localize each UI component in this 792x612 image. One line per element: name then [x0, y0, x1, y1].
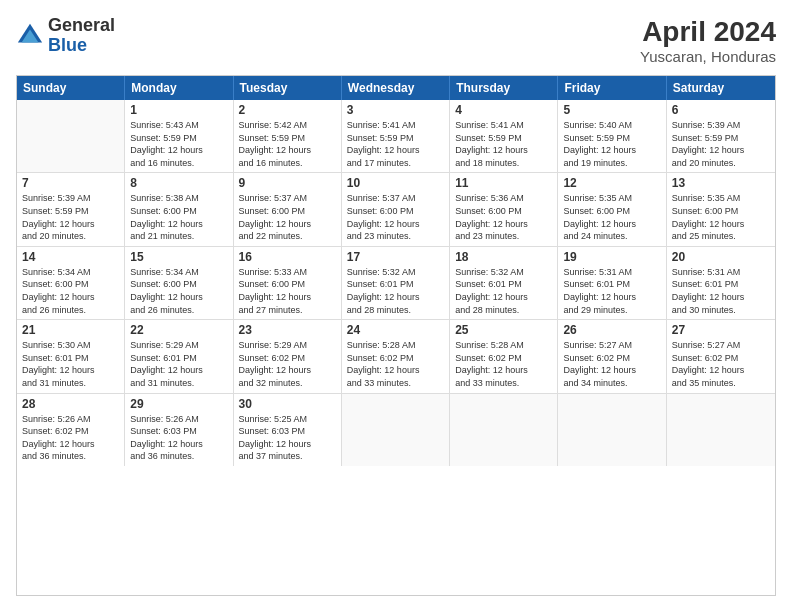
day-number: 3 — [347, 103, 444, 117]
day-info: Sunrise: 5:26 AM Sunset: 6:03 PM Dayligh… — [130, 413, 227, 463]
cal-cell-2-1: 15Sunrise: 5:34 AM Sunset: 6:00 PM Dayli… — [125, 247, 233, 319]
calendar-week-4: 28Sunrise: 5:26 AM Sunset: 6:02 PM Dayli… — [17, 394, 775, 466]
day-number: 23 — [239, 323, 336, 337]
title-area: April 2024 Yuscaran, Honduras — [640, 16, 776, 65]
cal-cell-3-6: 27Sunrise: 5:27 AM Sunset: 6:02 PM Dayli… — [667, 320, 775, 392]
day-number: 14 — [22, 250, 119, 264]
day-info: Sunrise: 5:32 AM Sunset: 6:01 PM Dayligh… — [347, 266, 444, 316]
header-monday: Monday — [125, 76, 233, 100]
day-info: Sunrise: 5:31 AM Sunset: 6:01 PM Dayligh… — [563, 266, 660, 316]
cal-cell-4-3 — [342, 394, 450, 466]
cal-cell-1-1: 8Sunrise: 5:38 AM Sunset: 6:00 PM Daylig… — [125, 173, 233, 245]
day-number: 26 — [563, 323, 660, 337]
day-number: 12 — [563, 176, 660, 190]
calendar-week-0: 1Sunrise: 5:43 AM Sunset: 5:59 PM Daylig… — [17, 100, 775, 173]
cal-cell-4-1: 29Sunrise: 5:26 AM Sunset: 6:03 PM Dayli… — [125, 394, 233, 466]
logo: General Blue — [16, 16, 115, 56]
day-number: 15 — [130, 250, 227, 264]
day-info: Sunrise: 5:39 AM Sunset: 5:59 PM Dayligh… — [22, 192, 119, 242]
day-number: 17 — [347, 250, 444, 264]
day-info: Sunrise: 5:27 AM Sunset: 6:02 PM Dayligh… — [672, 339, 770, 389]
calendar-subtitle: Yuscaran, Honduras — [640, 48, 776, 65]
cal-cell-2-6: 20Sunrise: 5:31 AM Sunset: 6:01 PM Dayli… — [667, 247, 775, 319]
day-info: Sunrise: 5:35 AM Sunset: 6:00 PM Dayligh… — [672, 192, 770, 242]
day-number: 28 — [22, 397, 119, 411]
cal-cell-1-0: 7Sunrise: 5:39 AM Sunset: 5:59 PM Daylig… — [17, 173, 125, 245]
day-number: 18 — [455, 250, 552, 264]
cal-cell-1-6: 13Sunrise: 5:35 AM Sunset: 6:00 PM Dayli… — [667, 173, 775, 245]
day-number: 11 — [455, 176, 552, 190]
day-info: Sunrise: 5:41 AM Sunset: 5:59 PM Dayligh… — [455, 119, 552, 169]
day-info: Sunrise: 5:38 AM Sunset: 6:00 PM Dayligh… — [130, 192, 227, 242]
day-info: Sunrise: 5:40 AM Sunset: 5:59 PM Dayligh… — [563, 119, 660, 169]
day-info: Sunrise: 5:25 AM Sunset: 6:03 PM Dayligh… — [239, 413, 336, 463]
cal-cell-4-2: 30Sunrise: 5:25 AM Sunset: 6:03 PM Dayli… — [234, 394, 342, 466]
day-info: Sunrise: 5:33 AM Sunset: 6:00 PM Dayligh… — [239, 266, 336, 316]
day-info: Sunrise: 5:34 AM Sunset: 6:00 PM Dayligh… — [130, 266, 227, 316]
day-info: Sunrise: 5:31 AM Sunset: 6:01 PM Dayligh… — [672, 266, 770, 316]
day-number: 2 — [239, 103, 336, 117]
header-tuesday: Tuesday — [234, 76, 342, 100]
header-sunday: Sunday — [17, 76, 125, 100]
header-thursday: Thursday — [450, 76, 558, 100]
day-number: 27 — [672, 323, 770, 337]
day-info: Sunrise: 5:29 AM Sunset: 6:02 PM Dayligh… — [239, 339, 336, 389]
calendar-title: April 2024 — [640, 16, 776, 48]
day-number: 29 — [130, 397, 227, 411]
cal-cell-0-3: 3Sunrise: 5:41 AM Sunset: 5:59 PM Daylig… — [342, 100, 450, 172]
day-number: 20 — [672, 250, 770, 264]
day-info: Sunrise: 5:39 AM Sunset: 5:59 PM Dayligh… — [672, 119, 770, 169]
day-number: 22 — [130, 323, 227, 337]
cal-cell-1-5: 12Sunrise: 5:35 AM Sunset: 6:00 PM Dayli… — [558, 173, 666, 245]
cal-cell-3-5: 26Sunrise: 5:27 AM Sunset: 6:02 PM Dayli… — [558, 320, 666, 392]
day-number: 19 — [563, 250, 660, 264]
cal-cell-3-2: 23Sunrise: 5:29 AM Sunset: 6:02 PM Dayli… — [234, 320, 342, 392]
cal-cell-0-1: 1Sunrise: 5:43 AM Sunset: 5:59 PM Daylig… — [125, 100, 233, 172]
calendar-week-3: 21Sunrise: 5:30 AM Sunset: 6:01 PM Dayli… — [17, 320, 775, 393]
day-number: 25 — [455, 323, 552, 337]
day-number: 5 — [563, 103, 660, 117]
header: General Blue April 2024 Yuscaran, Hondur… — [16, 16, 776, 65]
day-info: Sunrise: 5:37 AM Sunset: 6:00 PM Dayligh… — [239, 192, 336, 242]
day-info: Sunrise: 5:34 AM Sunset: 6:00 PM Dayligh… — [22, 266, 119, 316]
calendar-header: Sunday Monday Tuesday Wednesday Thursday… — [17, 76, 775, 100]
cal-cell-1-2: 9Sunrise: 5:37 AM Sunset: 6:00 PM Daylig… — [234, 173, 342, 245]
header-saturday: Saturday — [667, 76, 775, 100]
day-number: 4 — [455, 103, 552, 117]
page: General Blue April 2024 Yuscaran, Hondur… — [0, 0, 792, 612]
day-info: Sunrise: 5:42 AM Sunset: 5:59 PM Dayligh… — [239, 119, 336, 169]
day-number: 8 — [130, 176, 227, 190]
cal-cell-2-0: 14Sunrise: 5:34 AM Sunset: 6:00 PM Dayli… — [17, 247, 125, 319]
day-number: 24 — [347, 323, 444, 337]
day-info: Sunrise: 5:28 AM Sunset: 6:02 PM Dayligh… — [455, 339, 552, 389]
header-wednesday: Wednesday — [342, 76, 450, 100]
day-info: Sunrise: 5:36 AM Sunset: 6:00 PM Dayligh… — [455, 192, 552, 242]
logo-blue: Blue — [48, 35, 87, 55]
day-number: 30 — [239, 397, 336, 411]
day-info: Sunrise: 5:28 AM Sunset: 6:02 PM Dayligh… — [347, 339, 444, 389]
day-number: 9 — [239, 176, 336, 190]
cal-cell-0-6: 6Sunrise: 5:39 AM Sunset: 5:59 PM Daylig… — [667, 100, 775, 172]
cal-cell-4-6 — [667, 394, 775, 466]
cal-cell-2-2: 16Sunrise: 5:33 AM Sunset: 6:00 PM Dayli… — [234, 247, 342, 319]
day-info: Sunrise: 5:43 AM Sunset: 5:59 PM Dayligh… — [130, 119, 227, 169]
day-info: Sunrise: 5:27 AM Sunset: 6:02 PM Dayligh… — [563, 339, 660, 389]
day-info: Sunrise: 5:29 AM Sunset: 6:01 PM Dayligh… — [130, 339, 227, 389]
cal-cell-3-0: 21Sunrise: 5:30 AM Sunset: 6:01 PM Dayli… — [17, 320, 125, 392]
day-info: Sunrise: 5:37 AM Sunset: 6:00 PM Dayligh… — [347, 192, 444, 242]
cal-cell-0-0 — [17, 100, 125, 172]
calendar-week-1: 7Sunrise: 5:39 AM Sunset: 5:59 PM Daylig… — [17, 173, 775, 246]
header-friday: Friday — [558, 76, 666, 100]
day-info: Sunrise: 5:26 AM Sunset: 6:02 PM Dayligh… — [22, 413, 119, 463]
logo-icon — [16, 22, 44, 50]
day-number: 16 — [239, 250, 336, 264]
day-number: 21 — [22, 323, 119, 337]
cal-cell-2-5: 19Sunrise: 5:31 AM Sunset: 6:01 PM Dayli… — [558, 247, 666, 319]
day-number: 13 — [672, 176, 770, 190]
cal-cell-3-3: 24Sunrise: 5:28 AM Sunset: 6:02 PM Dayli… — [342, 320, 450, 392]
cal-cell-3-1: 22Sunrise: 5:29 AM Sunset: 6:01 PM Dayli… — [125, 320, 233, 392]
cal-cell-4-0: 28Sunrise: 5:26 AM Sunset: 6:02 PM Dayli… — [17, 394, 125, 466]
logo-general: General — [48, 15, 115, 35]
cal-cell-1-3: 10Sunrise: 5:37 AM Sunset: 6:00 PM Dayli… — [342, 173, 450, 245]
cal-cell-0-5: 5Sunrise: 5:40 AM Sunset: 5:59 PM Daylig… — [558, 100, 666, 172]
